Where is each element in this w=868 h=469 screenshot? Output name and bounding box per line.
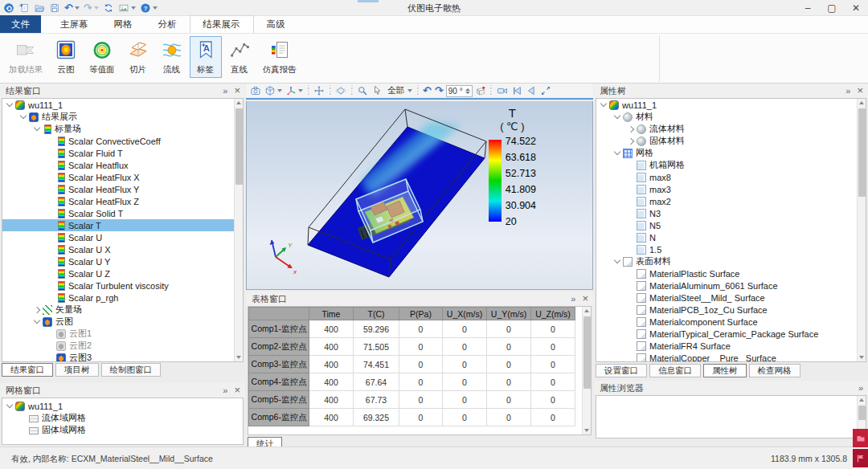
apply-rotation-icon[interactable] — [474, 84, 487, 97]
tab-结果窗口[interactable]: 结果窗口 — [2, 363, 53, 377]
tree-item-Scalar-HeatFlux-Z[interactable]: Scalar HeatFlux Z — [2, 195, 243, 207]
zoom-window-icon[interactable] — [356, 84, 369, 97]
property-tree-scrollbar[interactable] — [857, 99, 866, 361]
expander-icon[interactable] — [627, 173, 635, 181]
expander-icon[interactable] — [47, 222, 55, 230]
tree-item-流体材料[interactable]: 流体材料 — [596, 123, 866, 135]
expander-icon[interactable] — [627, 318, 635, 326]
expander-icon[interactable] — [47, 282, 55, 290]
tree-item-结果展示[interactable]: 结果展示 — [2, 111, 243, 123]
tree-item-MaterialFR4-Surface[interactable]: MaterialFR4 Surface — [596, 340, 866, 352]
red-flag-icon[interactable] — [853, 449, 868, 467]
ribbon-tool-直线[interactable]: 直线 — [223, 36, 256, 78]
tree-item-材料[interactable]: 材料 — [596, 111, 866, 123]
minimize-button[interactable]: – — [796, 0, 820, 16]
expander-icon[interactable] — [627, 330, 635, 338]
pin-icon[interactable] — [571, 295, 575, 304]
pin-icon[interactable] — [858, 384, 863, 393]
expander-icon[interactable] — [613, 113, 621, 121]
tree-item-N5[interactable]: N5 — [596, 219, 866, 231]
tree-item-云图3[interactable]: 云图3 — [2, 352, 243, 362]
expander-icon[interactable] — [47, 149, 55, 157]
select-icon[interactable] — [371, 84, 383, 97]
tree-item-流体域网格[interactable]: 流体域网格 — [2, 412, 243, 424]
expander-icon[interactable] — [19, 113, 27, 121]
menu-tab-结果展示[interactable]: 结果展示 — [190, 15, 254, 33]
tree-item-MaterialPlastic-Surface[interactable]: MaterialPlastic Surface — [596, 267, 866, 279]
tree-item-Scalar-Turbulent-viscosity[interactable]: Scalar Turbulent viscosity — [2, 279, 243, 292]
expander-icon[interactable] — [600, 101, 608, 109]
expander-icon[interactable] — [627, 282, 635, 290]
tree-item-Scalar-U[interactable]: Scalar U — [2, 231, 243, 243]
tree-item-Scalar-T[interactable]: Scalar T — [2, 219, 243, 231]
expander-icon[interactable] — [627, 246, 635, 254]
expander-icon[interactable] — [627, 234, 635, 242]
table-row[interactable]: Comp1-监控点40059.2960000 — [249, 320, 575, 338]
ribbon-tool-流线[interactable]: 流线 — [156, 36, 188, 78]
axis-triad-icon[interactable] — [285, 84, 304, 97]
first-frame-icon[interactable] — [510, 84, 523, 97]
expander-icon[interactable] — [47, 246, 55, 254]
pin-icon[interactable] — [223, 87, 227, 96]
ribbon-tool-标签[interactable]: 标签 — [190, 36, 222, 78]
close-icon[interactable] — [234, 86, 240, 96]
tree-item-Scalar-Fluid-T[interactable]: Scalar Fluid T — [2, 147, 243, 159]
expander-icon[interactable] — [627, 222, 635, 230]
rotate-ccw-icon[interactable]: ↶ — [422, 84, 432, 97]
tree-item-固体材料[interactable]: 固体材料 — [596, 135, 866, 147]
expander-icon[interactable] — [47, 234, 55, 242]
tree-item-Scalar-HeatFlux-Y[interactable]: Scalar HeatFlux Y — [2, 183, 243, 195]
expander-icon[interactable] — [47, 342, 55, 350]
viewport-3d[interactable]: Y x T ( ℃ ) 74.52263.61852.71341.80930.9… — [246, 101, 593, 290]
tree-item-Scalar-p_rgh[interactable]: Scalar p_rgh — [2, 292, 243, 304]
expander-icon[interactable] — [47, 198, 55, 206]
ribbon-tool-切片[interactable]: 切片 — [122, 36, 154, 78]
expander-icon[interactable] — [613, 258, 621, 266]
tree-item-Scalar-ConvectiveCoeff[interactable]: Scalar ConvectiveCoeff — [2, 135, 243, 147]
tab-设置窗口[interactable]: 设置窗口 — [596, 364, 647, 377]
menu-tab-高级[interactable]: 高级 — [254, 15, 298, 33]
tree-item-wu111_1[interactable]: wu111_1 — [2, 99, 243, 111]
select-scope[interactable]: 全部 — [385, 84, 413, 97]
expander-icon[interactable] — [6, 402, 14, 410]
tree-item-MaterialTypical_Ceramic_Package-Surface[interactable]: MaterialTypical_Ceramic_Package Surface — [596, 328, 866, 340]
tree-item-wu111_1[interactable]: wu111_1 — [2, 400, 243, 412]
pin-icon[interactable] — [845, 87, 850, 96]
results-tree-scrollbar[interactable] — [234, 99, 243, 361]
tree-item-Scalar-Heatflux[interactable]: Scalar Heatflux — [2, 159, 243, 171]
tab-信息窗口[interactable]: 信息窗口 — [649, 364, 701, 377]
close-button[interactable]: ✕ — [844, 0, 868, 16]
expander-icon[interactable] — [6, 101, 14, 109]
expand-view-icon[interactable] — [539, 84, 552, 97]
menu-tab-主屏幕[interactable]: 主屏幕 — [47, 15, 101, 33]
tree-item-max8[interactable]: max8 — [596, 171, 866, 183]
restore-button[interactable]: ▢ — [820, 0, 844, 16]
tree-item-Scalar-U-Y[interactable]: Scalar U Y — [2, 255, 243, 267]
menu-tab-网格[interactable]: 网格 — [101, 15, 145, 33]
rotate-angle-spinner[interactable]: 90 ° — [446, 85, 473, 97]
tree-item-MaterialPCB_1oz_Cu-Surface[interactable]: MaterialPCB_1oz_Cu Surface — [596, 304, 866, 316]
tree-item-Scalar-Solid-T[interactable]: Scalar Solid T — [2, 207, 243, 219]
expander-icon[interactable] — [627, 306, 635, 314]
expander-icon[interactable] — [33, 318, 41, 326]
expander-icon[interactable] — [613, 149, 621, 157]
prev-frame-icon[interactable] — [525, 84, 538, 97]
expander-icon[interactable] — [627, 270, 635, 278]
ribbon-tool-云图[interactable]: 云图 — [50, 36, 82, 78]
expander-icon[interactable] — [47, 137, 55, 145]
expander-icon[interactable] — [47, 294, 55, 302]
tree-item-网格[interactable]: 网格 — [596, 147, 866, 159]
tree-item-云图2[interactable]: 云图2 — [2, 340, 243, 352]
tab-项目树[interactable]: 项目树 — [55, 363, 99, 377]
expander-icon[interactable] — [627, 161, 635, 169]
close-icon[interactable] — [234, 385, 240, 395]
tree-item-固体域网格[interactable]: 固体域网格 — [2, 424, 243, 436]
expander-icon[interactable] — [47, 186, 55, 194]
tree-item-wu111_1[interactable]: wu111_1 — [596, 99, 866, 111]
tree-item-max3[interactable]: max3 — [596, 183, 866, 195]
expander-icon[interactable] — [47, 161, 55, 169]
table-row[interactable]: Comp5-监控点40067.730000 — [249, 391, 575, 409]
table-row[interactable]: Comp2-监控点40071.5050000 — [249, 338, 575, 356]
expander-icon[interactable] — [627, 125, 635, 133]
expander-icon[interactable] — [627, 294, 635, 302]
